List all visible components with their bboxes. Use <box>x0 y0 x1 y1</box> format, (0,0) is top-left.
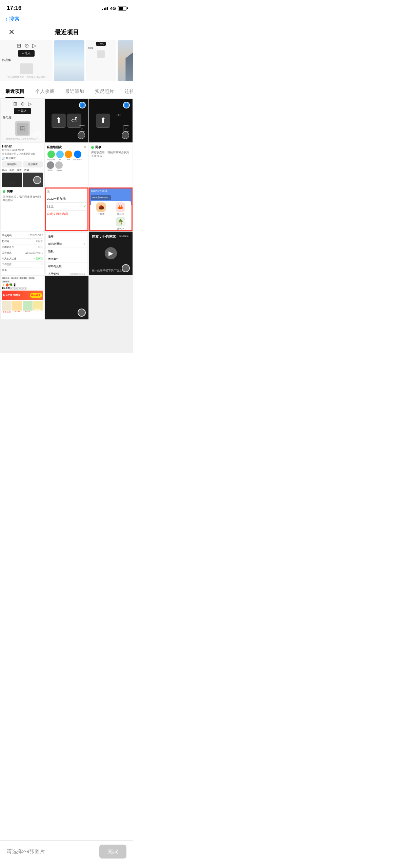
grid-item-14[interactable] <box>45 276 88 319</box>
cangjie-label: 作品集 <box>2 58 11 62</box>
detail-status-label: 工作状态 <box>2 251 12 255</box>
cangjie-thumb2 <box>97 51 105 58</box>
tab-added[interactable]: 最近添加 <box>60 85 89 98</box>
thumbnail-cangjie2[interactable]: +导入 作品集 <box>86 40 116 81</box>
detail-verify-label: 个人实人认证 <box>2 257 16 260</box>
dd-label-1: 干饭中 <box>98 213 105 216</box>
select-circle-6[interactable] <box>122 176 130 184</box>
tongshi-title-2: 同事 <box>7 190 13 194</box>
thumbnail-building[interactable] <box>118 40 133 81</box>
friend-4: 企业号动力 <box>73 151 82 160</box>
select-circle-8[interactable] <box>78 220 86 228</box>
status-bar: 17:16 4G <box>0 0 133 14</box>
setting-notif-label: 新消息通知 <box>48 242 62 246</box>
pdd-img-1 <box>2 301 12 311</box>
grid-item-10[interactable]: 手机号码 13331392482 钉钉号 未设置 二维码名片 转 > 工作状态 … <box>1 232 44 275</box>
friend-name-5: 王佳旺... <box>47 169 54 171</box>
profile-buttons: 编辑资料 添加朋友 <box>2 161 43 167</box>
detail-more-label: 更多 <box>2 269 7 272</box>
cart-icon: 🛒 <box>2 157 5 160</box>
expand-sym-3: ⤢ <box>125 127 127 130</box>
grid-item-2[interactable]: ⬆ ⏎ 👤 ⤢ <box>45 99 88 142</box>
signal-bar-4 <box>107 7 108 10</box>
shop-row: 🛒 抖音商城 <box>2 157 43 160</box>
add-friend-btn[interactable]: 添加朋友 <box>23 161 43 167</box>
pdd-icons-row: ⚡ 🍎 🥦 📱 <box>2 283 43 287</box>
grid-item-1[interactable]: ⊞ ⊙ ▷ + 导入 作品集 🖼 暂无储存的作品，点击导入开始使用 <box>1 99 44 142</box>
pdd-banner: 新人红包 立赠!抢 确认收下 <box>2 291 43 300</box>
setting-privacy-label: 隐私 <box>48 250 54 253</box>
keyboard-grid-2: ⬆ ctrl <box>96 114 126 128</box>
grid-item-7[interactable]: 同事 保存状态后，我的同事将会收到系统提示 <box>1 188 44 231</box>
select-circle-9[interactable] <box>122 220 130 228</box>
avatar-icon-2: 👤 <box>80 103 84 107</box>
grid-item-9[interactable]: 2022庆气清源 06/06到09/11/11 🌰 干饭中 🦀 查马中 🌴 请休… <box>89 188 133 231</box>
reply-custom-btn[interactable]: 自定义回复内容 <box>47 212 86 216</box>
dd-menu-item-2: 🦀 查马中 <box>111 202 129 216</box>
pdd-item-3: ¥0.95 <box>23 301 33 314</box>
status-time: 17:16 <box>7 5 21 12</box>
close-icon: ✕ <box>8 28 15 37</box>
pdd-banner-text: 新人红包 立赠!抢 <box>3 294 21 297</box>
grid-item-13[interactable]: 限时特价 领大额券 领免费领 9.9特卖 免费食物 ⚡ 🍎 🥦 📱 新人专享 每… <box>1 276 44 319</box>
select-circle-14[interactable] <box>78 309 86 317</box>
pdd-new-user-row: 新人专享 每日签到1000立可领 <box>2 287 43 290</box>
select-circle-4[interactable] <box>33 176 41 184</box>
page-header: ✕ 最近项目 <box>0 25 133 40</box>
friend-name-1: 小正儿心癌 <box>47 158 55 160</box>
thumbnail-cangjie[interactable]: ⊞ ⊙ ▷ +导入 作品集 暂无储存的作品，点击导入开始使用 <box>0 40 53 81</box>
tab-recent[interactable]: 最近项目 <box>0 85 30 98</box>
detail-qr-val: 转 > <box>38 245 43 249</box>
grid-item-12[interactable]: 网友：千钧凉凉 网络视频 ▶ 在一处居民楼下的广场上 <box>89 232 133 275</box>
edit-btn[interactable]: 编辑资料 <box>2 161 22 167</box>
dd-menu-item-3 <box>92 217 111 231</box>
shop-label: 抖音商城 <box>6 157 16 160</box>
grid-item-3[interactable]: ⬆ ctrl 👤 ⤢ <box>89 99 133 142</box>
grid-item-11[interactable]: 通用 新消息通知 ● 隐私 效率套件 帮助与反馈 关于钉钉 Version 6.… <box>45 232 88 275</box>
pdd-btn[interactable]: 确认收下 <box>30 293 42 298</box>
pdd-top-nav: 限时特价 领大额券 领免费领 9.9特卖 免费食物 <box>2 277 43 283</box>
grid-item-8[interactable]: 无 2022一起加油 1111 ✓ 自定义回复内容 <box>45 188 88 231</box>
nav-back-button[interactable]: ‹ 搜索 <box>5 16 20 23</box>
pdd-nav-1: 限时特价 <box>2 277 10 279</box>
friend-avatar-3 <box>65 151 72 158</box>
cj-thumb-inner: 🖼 <box>17 123 28 135</box>
tongshi-desc: 保存状态后，我的同事将会收到系统提示 <box>91 151 131 158</box>
friend-6: Hahah <box>55 161 63 171</box>
grid-item-5[interactable]: 私信给朋友 ✕ 小正儿心癌 XY 测试 企业号动力 <box>45 143 88 186</box>
select-circle-5[interactable] <box>78 176 86 184</box>
thumbnail-bluesky[interactable] <box>54 40 84 81</box>
tongshi-desc-2: 保存状态后，我的同事将会收到系统提示 <box>3 195 42 202</box>
grid-item-4[interactable]: Hahah 抖音号: Hahah25797 点击添加介绍，让大家更认识你 🛒 抖… <box>1 143 44 186</box>
friend-name-3: 测试 <box>67 158 70 160</box>
signal-bar-1 <box>102 9 103 10</box>
key-up-2: ⬆ <box>96 114 110 128</box>
detail-master-label: 工作主页 <box>2 263 12 266</box>
tab-collect: 收藏 <box>24 169 29 172</box>
tab-burst[interactable]: 连拍快照 <box>119 85 133 98</box>
tab-live[interactable]: 实况照片 <box>89 85 119 98</box>
pdd-coupon-label: 每日签到1000立可领 <box>10 287 27 290</box>
select-circle-13[interactable] <box>33 309 41 317</box>
pdd-img-3 <box>23 301 33 311</box>
video-play-button[interactable]: ▶ <box>105 247 117 259</box>
grid-item-6[interactable]: 同事 保存状态后，我的同事将会收到系统提示 <box>89 143 133 186</box>
cangjie-icon-1: ⊞ <box>17 42 21 49</box>
profile-name: Hahah <box>2 144 43 148</box>
friend-2: XY <box>56 151 64 160</box>
pdd-new-label: 新人专享 <box>2 287 10 290</box>
dd-menu-item-1: 🌰 干饭中 <box>92 202 111 216</box>
friend-avatar-6 <box>55 161 63 169</box>
pdd-nav-2: 领大额券 <box>11 277 19 279</box>
friend-avatar-5 <box>47 161 54 169</box>
import-btn: +导入 <box>18 50 35 57</box>
friend-avatar-4 <box>74 151 81 158</box>
signal-bars-icon <box>102 6 108 10</box>
pdd-nav-3: 领免费领 <box>19 277 27 279</box>
select-circle-11[interactable] <box>78 264 86 272</box>
close-button[interactable]: ✕ <box>7 27 16 37</box>
detail-qr: 二维码名片 转 > <box>2 244 43 250</box>
friend-name-6: Hahah <box>57 169 62 171</box>
tab-favorites[interactable]: 个人收藏 <box>30 85 60 98</box>
friends-list: 小正儿心癌 XY 测试 企业号动力 王佳旺... <box>47 151 86 171</box>
